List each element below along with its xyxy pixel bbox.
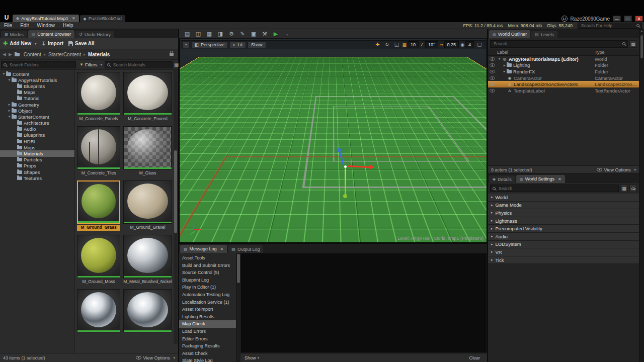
scale-snap-value[interactable]: 0.25	[444, 41, 459, 48]
filters-button[interactable]: ▼ Filters ▾	[77, 62, 105, 67]
category-scrollbar[interactable]	[236, 253, 240, 362]
outliner-search-box[interactable]	[490, 40, 628, 48]
asset-scrollbar[interactable]	[174, 70, 178, 344]
details-section-game-mode[interactable]: ▸Game Mode	[488, 202, 639, 210]
play-icon[interactable]: ▶	[271, 30, 281, 38]
message-log-category-asset-tools[interactable]: Asset Tools	[179, 254, 236, 262]
search-folders-input[interactable]	[9, 62, 73, 68]
details-section-lightmass[interactable]: ▸Lightmass	[488, 217, 639, 225]
view-options-button[interactable]: View Options ▾	[136, 355, 175, 360]
scale-tool-icon[interactable]: ◱	[392, 41, 400, 48]
folder-tree-item-textures[interactable]: Textures	[0, 175, 74, 181]
view-settings-icon[interactable]: ▦	[174, 62, 179, 67]
details-section-world[interactable]: ▸World	[488, 194, 639, 202]
details-section-vr[interactable]: ▸VR	[488, 248, 639, 256]
folder-tree-item-audio[interactable]: Audio	[0, 126, 74, 132]
scrollbar-thumb[interactable]	[237, 254, 240, 283]
details-section-physics[interactable]: ▸Physics	[488, 209, 639, 217]
viewport-options-button[interactable]: ▾	[183, 41, 190, 48]
back-arrow-icon[interactable]: ◀	[3, 52, 6, 57]
tab-content-browser[interactable]: ▤Content Browser	[28, 30, 75, 38]
message-log-category-localization-service-1[interactable]: Localization Service (1)	[179, 299, 236, 306]
help-search-box[interactable]	[578, 23, 642, 29]
asset-tile-m-concrete-poured[interactable]: M_Concrete_Poured	[123, 72, 172, 122]
tab-levels[interactable]: ▤Levels	[531, 31, 557, 38]
document-tab-angyrealtutorial-map1[interactable]: ◆AngyRealTutorial Map1✕	[13, 15, 79, 22]
outliner-row-lighting[interactable]: ▸LightingFolder	[488, 62, 639, 69]
translate-tool-icon[interactable]: ✚	[373, 41, 381, 48]
message-log-category-asset-reimport[interactable]: Asset Reimport	[179, 306, 236, 313]
expander-icon[interactable]: ▸	[502, 63, 507, 67]
details-eye-icon[interactable]	[629, 185, 637, 192]
visibility-eye-icon[interactable]	[490, 82, 495, 86]
expander-icon[interactable]: ▸	[7, 103, 12, 107]
settings-icon[interactable]: ⚙	[226, 30, 236, 38]
message-log-category-load-errors[interactable]: Load Errors	[179, 328, 236, 335]
asset-tile-m-concrete-panels[interactable]: M_Concrete_Panels	[77, 72, 120, 122]
source-control-icon[interactable]: ◫	[193, 30, 203, 38]
asset-tile[interactable]	[123, 289, 172, 339]
message-log-category-lighting-results[interactable]: Lighting Results	[179, 313, 236, 321]
add-new-button[interactable]: ✚ Add New ▾	[3, 40, 37, 47]
tab-details[interactable]: ◈Details	[489, 175, 515, 183]
visibility-eye-icon[interactable]	[490, 63, 495, 67]
visibility-eye-icon[interactable]	[490, 57, 495, 61]
camera-speed-control[interactable]: ◉ 4	[460, 41, 474, 48]
details-search-input[interactable]	[498, 186, 616, 192]
rotation-snap-control[interactable]: ∠ 10°	[420, 41, 438, 48]
content-icon[interactable]: ▦	[204, 30, 214, 38]
folder-tree-item-blueprints[interactable]: Blueprints	[0, 132, 74, 138]
asset-tile-m-ground-grass[interactable]: M_Ground_Grass	[77, 180, 120, 231]
folder-tree-item-architecture[interactable]: Architecture	[0, 120, 74, 126]
menu-item-edit[interactable]: Edit	[16, 23, 33, 28]
expander-icon[interactable]: ▾	[7, 115, 12, 119]
details-section-tick[interactable]: ▸Tick	[488, 256, 639, 264]
search-folders-box[interactable]	[1, 61, 76, 68]
details-grid-icon[interactable]: ▦	[620, 185, 628, 192]
viewport[interactable]: ▾ ◧ Perspective ◐ Lit Show ✚ ↻ ◱ ▦	[179, 39, 487, 243]
maximize-viewport-icon[interactable]: ▢	[475, 41, 484, 48]
menu-item-help[interactable]: Help	[59, 23, 77, 28]
folder-tree-item-blueprints[interactable]: Blueprints	[0, 83, 74, 89]
expander-icon[interactable]: ▸	[7, 109, 12, 113]
message-log-category-blueprint-log[interactable]: Blueprint Log	[179, 277, 236, 284]
expander-icon[interactable]: ▾	[2, 72, 6, 76]
outliner-row-angyrealtutorialmap1-editor[interactable]: ▾◍AngyRealTutorialMap1 (Editor)World	[488, 56, 639, 62]
build-icon[interactable]: ⚒	[260, 30, 270, 38]
outliner-search-input[interactable]	[493, 41, 620, 47]
camera-speed-value[interactable]: 4	[465, 41, 474, 48]
scroll-up-icon[interactable]: ▲	[639, 30, 644, 33]
forward-arrow-icon[interactable]: ▶	[9, 52, 12, 57]
folder-tree-item-geometry[interactable]: ▸Geometry	[0, 102, 74, 108]
close-icon[interactable]: ✕	[72, 16, 75, 21]
folder-tree-item-startercontent[interactable]: ▾StarterContent	[0, 114, 74, 120]
expander-icon[interactable]: ▸	[502, 69, 507, 73]
message-log-category-packaging-results[interactable]: Packaging Results	[179, 342, 236, 350]
breadcrumb-item-startercontent[interactable]: StarterContent	[48, 52, 81, 57]
asset-tile-m-glass[interactable]: M_Glass	[123, 126, 172, 176]
maximize-button[interactable]: □	[624, 16, 632, 22]
tab-world-outliner[interactable]: ◍World Outliner	[489, 30, 530, 38]
import-button[interactable]: ↧ Import	[42, 41, 64, 46]
grid-snap-control[interactable]: ▦ 10	[402, 41, 419, 48]
folder-tree-item-materials[interactable]: Materials	[0, 150, 74, 156]
message-log-category-editor-errors[interactable]: Editor Errors	[179, 335, 236, 343]
launch-icon[interactable]: →	[282, 30, 292, 38]
outliner-filter-icon[interactable]: ▦	[629, 40, 637, 48]
details-search-box[interactable]	[490, 185, 619, 192]
document-tab-puzzleblockgrid[interactable]: ◆PuzzleBlockGrid	[80, 15, 125, 22]
clear-log-button[interactable]: Clear	[466, 355, 483, 360]
tab-message-log[interactable]: ▤Message Log✕	[180, 245, 227, 253]
gizmo-y-axis[interactable]	[345, 168, 346, 195]
search-assets-input[interactable]	[112, 62, 170, 68]
outliner-row-templatelabel[interactable]: ATemplateLabelTextRenderActor	[488, 87, 639, 94]
search-assets-box[interactable]	[105, 61, 173, 68]
asset-tile-m-ground-gravel[interactable]: M_Ground_Gravel	[123, 180, 172, 231]
asset-tile-m-metal-brushed-nickel[interactable]: M_Metal_Brushed_Nickel	[123, 235, 172, 285]
message-log-output[interactable]	[240, 253, 487, 353]
asset-tile-m-concrete-tiles[interactable]: M_Concrete_Tiles	[77, 126, 120, 176]
visibility-eye-icon[interactable]	[490, 70, 495, 73]
outliner-row-landscapegizmoactiveactor6[interactable]: ▲LandscapeGizmoActiveActor6LandscapeGizm…	[488, 81, 639, 87]
folder-tree-item-angyrealtutorials[interactable]: ▾AngyRealTutorials	[0, 77, 74, 83]
folder-tree-item-maps[interactable]: Maps	[0, 89, 74, 96]
